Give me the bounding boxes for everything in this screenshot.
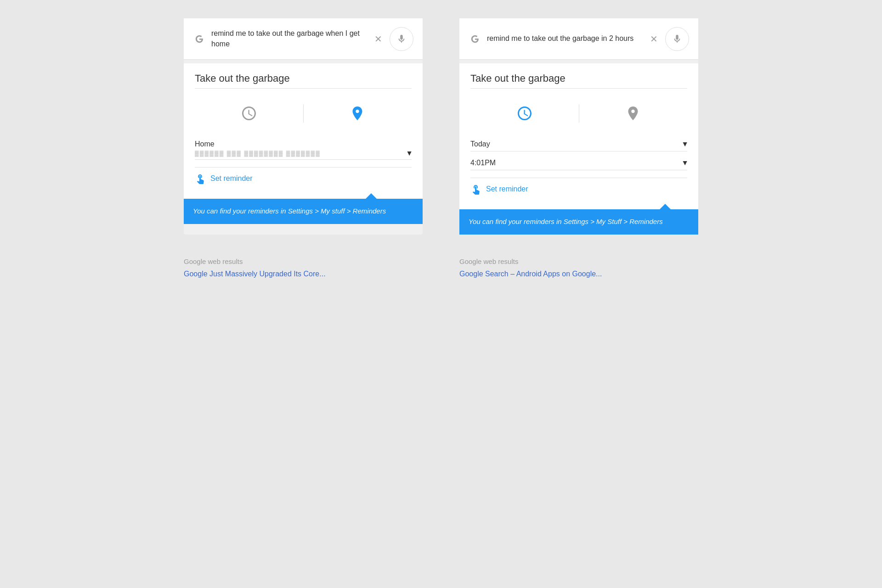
- left-set-reminder-button[interactable]: Set reminder: [195, 167, 412, 190]
- left-hand-icon: [195, 173, 206, 184]
- left-clock-toggle[interactable]: [195, 101, 303, 125]
- right-day-dropdown-arrow: ▶: [682, 142, 689, 146]
- right-day-input-row[interactable]: Today ▶: [470, 140, 687, 151]
- right-search-text: remind me to take out the garbage in 2 h…: [487, 34, 643, 44]
- google-logo-icon: [193, 33, 206, 45]
- right-web-results-label: Google web results: [459, 258, 698, 265]
- left-location-placeholder: ▓▓▓▓▓▓ ▓▓▓ ▓▓▓▓▓▓▓▓ ▓▓▓▓▓▓▓: [195, 150, 321, 157]
- right-set-reminder-label: Set reminder: [486, 185, 528, 193]
- left-location-field: Home ▓▓▓▓▓▓ ▓▓▓ ▓▓▓▓▓▓▓▓ ▓▓▓▓▓▓▓ ▶: [195, 140, 412, 160]
- right-tooltip-bubble: You can find your reminders in Settings …: [459, 209, 698, 235]
- right-day-field: Today ▶: [470, 140, 687, 151]
- right-time-field: 4:01PM ▶: [470, 159, 687, 170]
- left-clock-icon: [241, 105, 257, 122]
- right-toggle-row: [470, 98, 687, 129]
- right-tooltip-text: You can find your reminders in Settings …: [469, 218, 663, 225]
- right-time-dropdown-arrow: ▶: [682, 161, 689, 165]
- right-google-logo-icon: [469, 33, 481, 45]
- right-web-result-link[interactable]: Google Search – Android Apps on Google..…: [459, 270, 602, 278]
- right-time-input-row[interactable]: 4:01PM ▶: [470, 159, 687, 170]
- right-clock-icon: [516, 105, 533, 122]
- bottom-section: Google web results Google Just Massively…: [0, 244, 882, 287]
- left-mic-button[interactable]: [390, 27, 413, 51]
- right-search-bar: remind me to take out the garbage in 2 h…: [459, 18, 698, 60]
- right-card-content: Take out the garbage Today: [459, 63, 698, 209]
- right-phone-card: remind me to take out the garbage in 2 h…: [459, 18, 698, 235]
- right-time-value: 4:01PM: [470, 159, 496, 167]
- right-close-icon[interactable]: ✕: [648, 32, 660, 46]
- left-web-results: Google web results Google Just Massively…: [184, 258, 423, 278]
- left-tooltip-bubble: You can find your reminders in Settings …: [184, 199, 423, 224]
- left-reminder-title: Take out the garbage: [195, 73, 412, 89]
- left-web-result-link[interactable]: Google Just Massively Upgraded Its Core.…: [184, 270, 326, 278]
- left-location-dropdown-arrow: ▶: [407, 151, 413, 156]
- right-location-toggle[interactable]: [579, 101, 688, 125]
- left-card-content: Take out the garbage Home: [184, 63, 423, 199]
- right-day-value: Today: [470, 140, 490, 148]
- right-mic-button[interactable]: [665, 27, 689, 51]
- left-close-icon[interactable]: ✕: [373, 32, 384, 46]
- left-search-bar: remind me to take out the garbage when I…: [184, 18, 423, 60]
- left-location-input-row[interactable]: ▓▓▓▓▓▓ ▓▓▓ ▓▓▓▓▓▓▓▓ ▓▓▓▓▓▓▓ ▶: [195, 150, 412, 160]
- left-tooltip-text: You can find your reminders in Settings …: [193, 207, 386, 215]
- left-location-toggle[interactable]: [304, 101, 412, 125]
- right-mic-icon: [672, 34, 682, 44]
- left-search-text: remind me to take out the garbage when I…: [211, 28, 367, 49]
- right-set-reminder-button[interactable]: Set reminder: [470, 178, 687, 200]
- left-set-reminder-label: Set reminder: [210, 174, 253, 183]
- left-mic-icon: [396, 34, 407, 44]
- right-location-icon: [625, 105, 641, 122]
- right-hand-icon: [470, 184, 481, 195]
- left-phone-card: remind me to take out the garbage when I…: [184, 18, 423, 235]
- right-reminder-title: Take out the garbage: [470, 73, 687, 89]
- left-location-icon: [349, 105, 366, 122]
- left-toggle-row: [195, 98, 412, 129]
- right-web-results: Google web results Google Search – Andro…: [459, 258, 698, 278]
- right-clock-toggle[interactable]: [470, 101, 579, 125]
- left-web-results-label: Google web results: [184, 258, 423, 265]
- left-location-label: Home: [195, 140, 412, 148]
